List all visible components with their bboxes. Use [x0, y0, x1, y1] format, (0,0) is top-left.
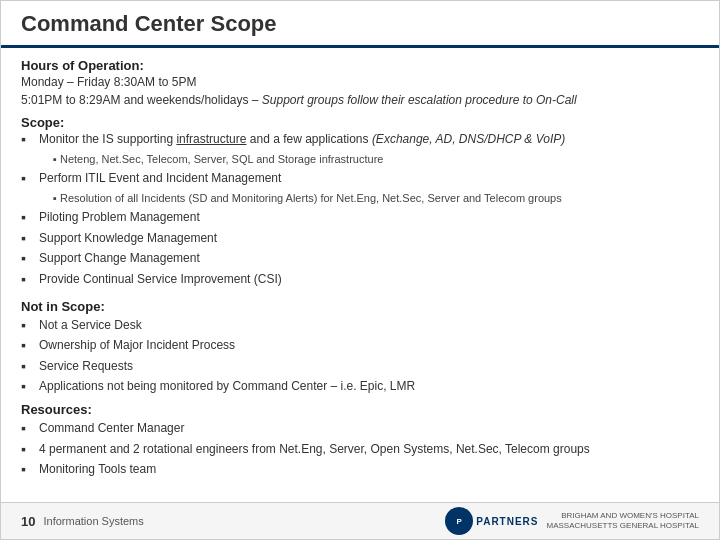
res-item-2-text: 4 permanent and 2 rotational engineers f… [39, 440, 699, 458]
res-item-3: ▪ Monitoring Tools team [21, 460, 699, 480]
hospital-name-1: BRIGHAM AND WOMEN'S HOSPITAL [547, 511, 699, 521]
resources-header: Resources: [21, 402, 699, 417]
scope-item-1-underline: infrastructure [176, 132, 246, 146]
scope-list: ▪ Monitor the IS supporting infrastructu… [21, 130, 699, 290]
res-item-1: ▪ Command Center Manager [21, 419, 699, 439]
scope-item-5-text: Support Change Management [39, 249, 699, 267]
nis-item-2-text: Ownership of Major Incident Process [39, 336, 699, 354]
nis-item-1-text: Not a Service Desk [39, 316, 699, 334]
resources-list: ▪ Command Center Manager ▪ 4 permanent a… [21, 419, 699, 480]
scope-section: Scope: ▪ Monitor the IS supporting infra… [21, 115, 699, 291]
not-in-scope-header: Not in Scope: [21, 299, 699, 314]
footer-left: 10 Information Systems [21, 514, 144, 529]
scope-item-1-sub: ▪ Neteng, Net.Sec, Telecom, Server, SQL … [53, 151, 383, 168]
scope-item-1-after: and a few applications [246, 132, 371, 146]
nis-item-4: ▪ Applications not being monitored by Co… [21, 377, 699, 397]
partners-logo-icon: P [445, 507, 473, 535]
partners-logo-text: PARTNERS [476, 516, 538, 527]
nis-item-1: ▪ Not a Service Desk [21, 316, 699, 336]
bullet-icon-4: ▪ [21, 229, 39, 249]
res-bullet-1: ▪ [21, 419, 39, 439]
bullet-icon-3: ▪ [21, 208, 39, 228]
scope-item-2: ▪ Perform ITIL Event and Incident Manage… [21, 169, 699, 189]
nis-item-3: ▪ Service Requests [21, 357, 699, 377]
hospital-names: BRIGHAM AND WOMEN'S HOSPITAL MASSACHUSET… [547, 511, 699, 532]
title-bar: Command Center Scope [1, 1, 719, 48]
page: Command Center Scope Hours of Operation:… [0, 0, 720, 540]
scope-item-3: ▪ Piloting Problem Management [21, 208, 699, 228]
scope-item-1-italic: (Exchange, AD, DNS/DHCP & VoIP) [372, 132, 565, 146]
bullet-icon-2: ▪ [21, 169, 39, 189]
res-bullet-2: ▪ [21, 440, 39, 460]
partners-logo: P PARTNERS [445, 507, 538, 535]
scope-item-3-text: Piloting Problem Management [39, 208, 699, 226]
res-item-2: ▪ 4 permanent and 2 rotational engineers… [21, 440, 699, 460]
scope-item-6-text: Provide Continual Service Improvement (C… [39, 270, 699, 288]
content-area: Hours of Operation: Monday – Friday 8:30… [1, 48, 719, 502]
hours-line2: 5:01PM to 8:29AM and weekends/holidays –… [21, 91, 699, 109]
not-in-scope-list: ▪ Not a Service Desk ▪ Ownership of Majo… [21, 316, 699, 397]
page-title: Command Center Scope [21, 11, 699, 37]
scope-item-6: ▪ Provide Continual Service Improvement … [21, 270, 699, 290]
nis-bullet-2: ▪ [21, 336, 39, 356]
footer: 10 Information Systems P PARTNERS BRIGHA… [1, 502, 719, 539]
nis-item-4-text: Applications not being monitored by Comm… [39, 377, 699, 395]
nis-bullet-1: ▪ [21, 316, 39, 336]
hours-line2-italic: Support groups follow their escalation p… [262, 93, 577, 107]
nis-item-2: ▪ Ownership of Major Incident Process [21, 336, 699, 356]
res-bullet-3: ▪ [21, 460, 39, 480]
scope-item-1-text: Monitor the IS supporting infrastructure… [39, 130, 699, 148]
bullet-icon-6: ▪ [21, 270, 39, 290]
partners-icon-text: P [457, 517, 462, 526]
footer-logos: P PARTNERS BRIGHAM AND WOMEN'S HOSPITAL … [445, 507, 699, 535]
scope-item-1-sub-row: ▪ Neteng, Net.Sec, Telecom, Server, SQL … [21, 151, 699, 168]
bullet-icon-1: ▪ [21, 130, 39, 150]
bullet-icon-5: ▪ [21, 249, 39, 269]
scope-item-5: ▪ Support Change Management [21, 249, 699, 269]
hours-block: Hours of Operation: Monday – Friday 8:30… [21, 58, 699, 109]
nis-bullet-3: ▪ [21, 357, 39, 377]
nis-item-3-text: Service Requests [39, 357, 699, 375]
res-item-1-text: Command Center Manager [39, 419, 699, 437]
footer-page-number: 10 [21, 514, 35, 529]
not-in-scope-section: Not in Scope: ▪ Not a Service Desk ▪ Own… [21, 295, 699, 398]
footer-section-label: Information Systems [43, 515, 143, 527]
scope-item-1: ▪ Monitor the IS supporting infrastructu… [21, 130, 699, 150]
resources-section: Resources: ▪ Command Center Manager ▪ 4 … [21, 398, 699, 481]
scope-item-2-sub-row: ▪ Resolution of all Incidents (SD and Mo… [21, 190, 699, 207]
scope-item-4-text: Support Knowledge Management [39, 229, 699, 247]
scope-item-2-text: Perform ITIL Event and Incident Manageme… [39, 169, 699, 187]
scope-label: Scope: [21, 115, 64, 130]
hours-line2-normal: 5:01PM to 8:29AM and weekends/holidays – [21, 93, 262, 107]
scope-item-2-sub: ▪ Resolution of all Incidents (SD and Mo… [53, 190, 562, 207]
hours-line1: Monday – Friday 8:30AM to 5PM [21, 73, 699, 91]
hours-label: Hours of Operation: [21, 58, 144, 73]
scope-item-1-before: Monitor the IS supporting [39, 132, 176, 146]
hospital-logo-text: BRIGHAM AND WOMEN'S HOSPITAL MASSACHUSET… [547, 511, 699, 532]
scope-item-4: ▪ Support Knowledge Management [21, 229, 699, 249]
res-item-3-text: Monitoring Tools team [39, 460, 699, 478]
nis-bullet-4: ▪ [21, 377, 39, 397]
hospital-name-2: MASSACHUSETTS GENERAL HOSPITAL [547, 521, 699, 531]
